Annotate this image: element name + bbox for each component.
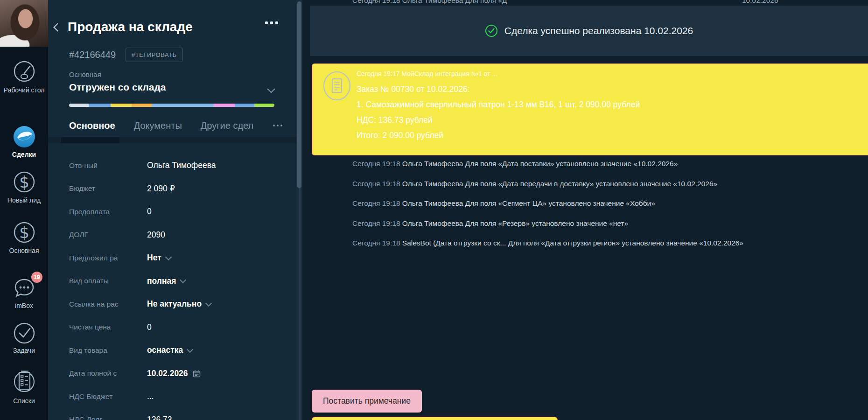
sidebar-item-imbox[interactable]: 19 imBox [0, 275, 48, 310]
more-menu-icon[interactable] [265, 21, 278, 24]
chevron-down-icon [180, 277, 186, 283]
field-label: НДС Долг [69, 415, 147, 420]
stage-segment [111, 104, 132, 107]
pipeline-progress-bar [69, 104, 274, 107]
chevron-down-icon[interactable] [267, 85, 275, 93]
event-row: Сегодня 19:18 Ольга Тимофеева Для поля «… [352, 160, 854, 168]
success-check-icon [485, 24, 498, 37]
sidebar-item-label: imBox [0, 302, 48, 310]
field-date-full-payment[interactable]: 10.02.2026 [147, 369, 284, 378]
sidebar-item-label: Основная [0, 247, 48, 255]
event-message: Для поля «Сегмент ЦА» установлено значен… [465, 199, 655, 207]
field-value-vat-debt[interactable]: 136.73 [147, 415, 284, 420]
app-window: Рабочий стол Сделки $ Новый лид $ [0, 0, 868, 420]
list-clipboard-icon [12, 367, 37, 396]
chevron-down-icon [187, 346, 193, 353]
deal-fields: Отв-ный Ольга Тимофеева Бюджет 2 090 ₽ П… [69, 154, 284, 420]
tab-documents[interactable]: Документы [134, 120, 182, 131]
field-select-payment-type[interactable]: полная [147, 276, 284, 286]
pipeline-name: Основная [69, 70, 101, 78]
event-time: Сегодня 19:18 [352, 180, 400, 188]
event-time: Сегодня 19:18 [352, 239, 400, 247]
add-note-button[interactable]: Поставить примечание [312, 390, 422, 413]
note-header: Сегодня 19:17 МойСклад интеграция №1 от … [357, 70, 854, 77]
note-line: НДС: 136.73 рублей [357, 112, 854, 128]
event-row: Сегодня 19:18 Ольга Тимофеева Для поля «… [352, 219, 854, 228]
stage-segment [69, 104, 89, 107]
svg-text:$: $ [19, 173, 29, 191]
chevron-down-icon [205, 300, 212, 307]
dollar-circle-icon: $ [12, 167, 37, 195]
tag-button[interactable]: #ТЕГИРОВАТЬ [126, 48, 183, 62]
event-row: Сегодня 19:18 Ольга Тимофеева Для поля «… [352, 199, 854, 208]
highlighted-note: Сегодня 19:17 МойСклад интеграция №1 от … [312, 63, 868, 155]
event-author: Ольга Тимофеева [402, 160, 463, 168]
event-time: Сегодня 19:18 [352, 160, 400, 168]
event-author: Ольга Тимофеева [402, 219, 463, 227]
panel-scrollbar-thumb[interactable] [297, 1, 301, 188]
success-banner: Сделка успешно реализована 10.02.2026 [310, 6, 868, 56]
field-value-responsible[interactable]: Ольга Тимофеева [147, 161, 284, 170]
deal-tabs: Основное Документы Другие сдел 1 [69, 119, 314, 132]
deal-id: #42166449 [69, 49, 116, 60]
note-body: Сегодня 19:17 МойСклад интеграция №1 от … [357, 70, 854, 143]
field-select-offered[interactable]: Нет [147, 253, 284, 263]
field-value-budget[interactable]: 2 090 ₽ [147, 184, 284, 194]
user-avatar[interactable] [0, 0, 48, 47]
imbox-badge: 19 [31, 272, 42, 283]
note-line: 1. Самозажимной сверлильный патрон 1-13 … [357, 97, 854, 112]
clipped-event-row: Сегодня 19:18 Ольга Тимофеева Для поля «… [352, 0, 507, 5]
field-label: Бюджет [69, 184, 147, 193]
event-row: Сегодня 19:18 Ольга Тимофеева Для поля «… [352, 180, 854, 188]
sidebar-item-main-pipeline[interactable]: $ Основная [0, 217, 48, 255]
sidebar-item-label: Рабочий стол [0, 86, 48, 94]
chevron-down-icon [165, 254, 172, 260]
left-rail: Рабочий стол Сделки $ Новый лид $ [0, 0, 48, 420]
sidebar-item-label: Списки [0, 397, 48, 405]
sidebar-item-deals[interactable]: Сделки [0, 124, 48, 159]
field-value-debt[interactable]: 2090 [147, 230, 284, 240]
field-value-prepayment[interactable]: 0 [147, 207, 284, 217]
sidebar-item-new-lead[interactable]: $ Новый лид [0, 167, 48, 204]
sidebar-item-label: Сделки [0, 151, 48, 159]
active-tab-underline [61, 137, 119, 143]
event-author: Ольга Тимофеева [402, 199, 463, 207]
sidebar-item-dashboard[interactable]: Рабочий стол [0, 59, 48, 94]
back-chevron-icon[interactable] [53, 23, 62, 31]
note-line: Итого: 2 090.00 рублей [357, 128, 854, 143]
tab-main[interactable]: Основное [69, 120, 115, 131]
sidebar-item-lists[interactable]: Списки [0, 367, 48, 405]
deal-title[interactable]: Продажа на складе [68, 20, 193, 35]
speedometer-icon [12, 59, 37, 85]
calendar-icon [193, 370, 201, 378]
field-label: Предложил ра [69, 254, 147, 262]
field-label: НДС Бюджет [69, 392, 147, 401]
stage-selector[interactable]: Отгружен со склада [69, 82, 166, 93]
event-row: Сегодня 19:18 SalesBot (Дата отгрузки со… [352, 239, 854, 247]
sidebar-item-label: Задачи [0, 347, 48, 355]
event-message: Для поля «Дата поставки» установлено зна… [465, 160, 678, 168]
svg-text:$: $ [19, 223, 29, 242]
tab-other-deals[interactable]: Другие сдел [201, 120, 253, 131]
timeline-panel: Сегодня 19:18 Ольга Тимофеева Для поля «… [302, 0, 868, 420]
field-label: Дата полной с [69, 369, 147, 378]
field-select-link[interactable]: Не актуально [147, 299, 284, 309]
event-author: SalesBot (Дата отгрузки со ск... [402, 239, 506, 247]
field-select-product-type[interactable]: оснастка [147, 345, 284, 355]
field-label: Предоплата [69, 208, 147, 216]
event-message: Для поля «Дата отгрузки регион» установл… [508, 239, 743, 247]
note-line: Заказ № 00730 от 10.02.2026: [357, 82, 854, 97]
field-label: ДОЛГ [69, 231, 147, 239]
deals-logo-icon [12, 124, 37, 149]
sidebar-item-tasks[interactable]: Задачи [0, 320, 48, 355]
event-message: Для поля «Резерв» установлено значение «… [465, 219, 628, 227]
field-label: Ссылка на рас [69, 300, 147, 308]
field-label: Чистая цена [69, 323, 147, 331]
field-value-net-price[interactable]: 0 [147, 322, 284, 332]
stage-segment [152, 104, 213, 107]
tabs-overflow-icon[interactable] [273, 125, 282, 126]
field-label: Отв-ный [69, 161, 147, 170]
event-time: Сегодня 19:18 [352, 199, 400, 207]
stage-segment [132, 104, 152, 107]
field-value-vat-budget[interactable]: ... [147, 392, 284, 401]
